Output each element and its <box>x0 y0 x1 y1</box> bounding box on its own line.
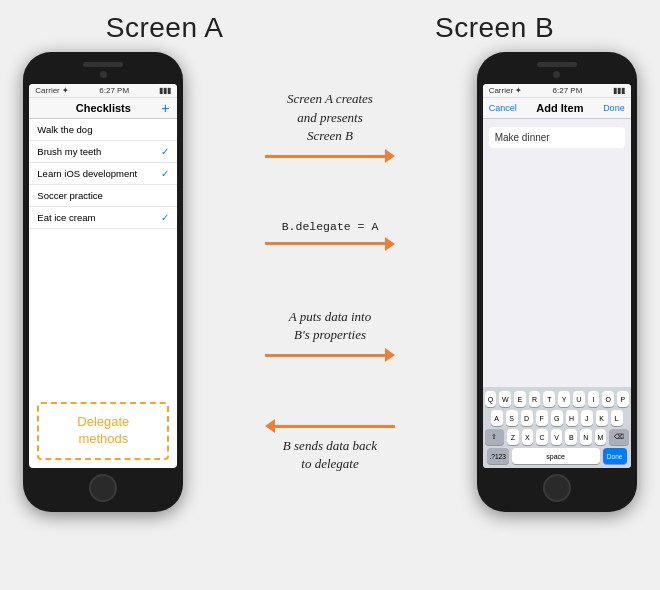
key-n[interactable]: N <box>580 429 592 445</box>
key-z[interactable]: Z <box>507 429 519 445</box>
phone-a-top <box>29 62 177 80</box>
phone-a-camera <box>100 71 107 78</box>
annotation-text-3: A puts data intoB's properties <box>289 308 371 344</box>
key-d[interactable]: D <box>521 410 533 426</box>
list-item: Soccer practice <box>29 185 177 207</box>
phone-a-bottom <box>89 474 117 502</box>
phone-b-home-button[interactable] <box>543 474 571 502</box>
key-w[interactable]: W <box>499 391 511 407</box>
key-r[interactable]: R <box>529 391 541 407</box>
delegate-box: Delegatemethods <box>37 402 169 460</box>
phone-b-nav-bar: Cancel Add Item Done <box>483 98 631 119</box>
middle-section: Screen A createsand presentsScreen B B.d… <box>230 52 430 512</box>
annotation-block-4: B sends data backto delegate <box>265 419 395 473</box>
key-j[interactable]: J <box>581 410 593 426</box>
list-item-text: Eat ice cream <box>37 212 95 223</box>
phone-a-home-button[interactable] <box>89 474 117 502</box>
arrow-head-right-1 <box>385 149 395 163</box>
key-v[interactable]: V <box>551 429 563 445</box>
arrow-head-left-4 <box>265 419 275 433</box>
key-p[interactable]: P <box>617 391 629 407</box>
arrow-line-4 <box>275 425 395 428</box>
list-item-check: ✓ <box>161 146 169 157</box>
key-m[interactable]: M <box>595 429 607 445</box>
list-item-check: ✓ <box>161 212 169 223</box>
key-f[interactable]: F <box>536 410 548 426</box>
key-h[interactable]: H <box>566 410 578 426</box>
keyboard-row-2: A S D F G H J K L <box>485 410 629 426</box>
key-l[interactable]: L <box>611 410 623 426</box>
list-item: Eat ice cream ✓ <box>29 207 177 229</box>
phone-b-screen: Carrier ✦ 6:27 PM ▮▮▮ Cancel Add Item Do… <box>483 84 631 468</box>
phone-b-content: Make dinner <box>483 119 631 387</box>
phone-b-battery: ▮▮▮ <box>613 86 625 95</box>
list-item-text: Walk the dog <box>37 124 92 135</box>
key-y[interactable]: Y <box>558 391 570 407</box>
phone-b-status-bar: Carrier ✦ 6:27 PM ▮▮▮ <box>483 84 631 98</box>
phone-a-nav-bar: Checklists + <box>29 98 177 119</box>
phone-b-camera <box>553 71 560 78</box>
phone-b-bottom <box>543 474 571 502</box>
phone-a-status-bar: Carrier ✦ 6:27 PM ▮▮▮ <box>29 84 177 98</box>
delegate-box-text: Delegatemethods <box>77 414 129 446</box>
list-item: Walk the dog <box>29 119 177 141</box>
phone-b: Carrier ✦ 6:27 PM ▮▮▮ Cancel Add Item Do… <box>477 52 637 512</box>
key-delete[interactable]: ⌫ <box>609 429 628 445</box>
arrow-left-4 <box>265 419 395 433</box>
phone-b-cancel-button[interactable]: Cancel <box>489 103 517 113</box>
phone-b-top <box>483 62 631 80</box>
annotation-text-1: Screen A createsand presentsScreen B <box>287 90 373 145</box>
phone-a-screen: Carrier ✦ 6:27 PM ▮▮▮ Checklists + Walk … <box>29 84 177 468</box>
key-q[interactable]: Q <box>485 391 497 407</box>
keyboard-row-3: ⇧ Z X C V B N M ⌫ <box>485 429 629 445</box>
annotation-block-3: A puts data intoB's properties <box>265 308 395 362</box>
key-b[interactable]: B <box>565 429 577 445</box>
delegate-annotation-text: B.delegate = A <box>282 220 379 233</box>
phone-a-speaker <box>83 62 123 67</box>
screen-a-label: Screen A <box>106 12 224 44</box>
arrow-line-2 <box>265 242 385 245</box>
list-item-text: Brush my teeth <box>37 146 101 157</box>
phone-b-done-button[interactable]: Done <box>603 103 625 113</box>
arrow-line-3 <box>265 354 385 357</box>
phone-a-list: Walk the dog Brush my teeth ✓ Learn iOS … <box>29 119 177 394</box>
phone-b-time: 6:27 PM <box>553 86 583 95</box>
key-u[interactable]: U <box>573 391 585 407</box>
arrow-right-1 <box>265 149 395 163</box>
keyboard-row-1: Q W E R T Y U I O P <box>485 391 629 407</box>
key-o[interactable]: O <box>602 391 614 407</box>
phone-a-battery: ▮▮▮ <box>159 86 171 95</box>
phone-a-nav-title: Checklists <box>76 102 131 114</box>
phone-b-speaker <box>537 62 577 67</box>
arrow-right-2 <box>265 237 395 251</box>
phone-a-nav-plus[interactable]: + <box>161 100 169 116</box>
key-x[interactable]: X <box>522 429 534 445</box>
key-shift[interactable]: ⇧ <box>485 429 504 445</box>
phone-b-carrier: Carrier ✦ <box>489 86 523 95</box>
list-item-check: ✓ <box>161 168 169 179</box>
key-done[interactable]: Done <box>603 448 627 464</box>
list-item-text: Soccer practice <box>37 190 102 201</box>
arrow-head-right-3 <box>385 348 395 362</box>
key-t[interactable]: T <box>543 391 555 407</box>
list-item: Learn iOS development ✓ <box>29 163 177 185</box>
key-space[interactable]: space <box>512 448 600 464</box>
key-num-switch[interactable]: .?123 <box>487 448 509 464</box>
add-item-text-field[interactable]: Make dinner <box>489 127 625 148</box>
key-c[interactable]: C <box>536 429 548 445</box>
key-g[interactable]: G <box>551 410 563 426</box>
arrow-line-1 <box>265 155 385 158</box>
screen-b-label: Screen B <box>435 12 554 44</box>
phone-a-carrier: Carrier ✦ <box>35 86 69 95</box>
key-e[interactable]: E <box>514 391 526 407</box>
key-s[interactable]: S <box>506 410 518 426</box>
list-item: Brush my teeth ✓ <box>29 141 177 163</box>
key-i[interactable]: I <box>588 391 600 407</box>
key-a[interactable]: A <box>491 410 503 426</box>
annotation-block-1: Screen A createsand presentsScreen B <box>265 90 395 163</box>
arrow-right-3 <box>265 348 395 362</box>
key-k[interactable]: K <box>596 410 608 426</box>
list-item-text: Learn iOS development <box>37 168 137 179</box>
annotation-block-2: B.delegate = A <box>265 220 395 251</box>
arrow-head-right-2 <box>385 237 395 251</box>
